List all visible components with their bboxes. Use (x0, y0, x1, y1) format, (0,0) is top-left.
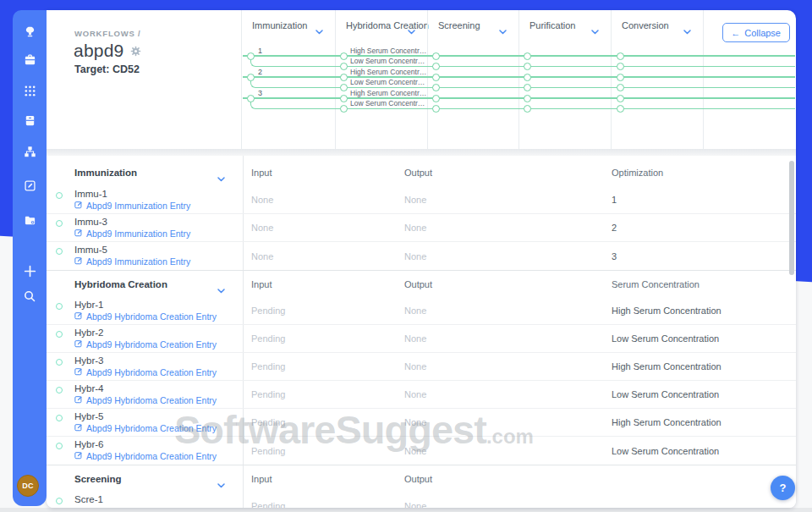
workflow-node[interactable] (432, 52, 440, 60)
diagram-branch-label: High Serum Concentration (350, 89, 429, 97)
entry-link[interactable]: Abpd9 Hybridoma Creation Entry (74, 395, 217, 405)
cell-input: Pending (251, 333, 285, 344)
table-section-header: Hybridoma CreationInputOutputSerum Conce… (47, 270, 796, 297)
cell-output: None (404, 223, 426, 233)
column-header: Output (404, 159, 432, 186)
chevron-down-icon[interactable] (315, 23, 323, 38)
workflow-node[interactable] (617, 74, 624, 81)
workflow-node[interactable] (524, 84, 531, 91)
table-row[interactable]: Hybr-2Abpd9 Hybridoma Creation EntryPend… (47, 325, 796, 353)
diagram-column-header: Purification (518, 10, 611, 149)
chevron-down-icon[interactable] (683, 23, 691, 38)
chevron-down-icon[interactable] (499, 23, 507, 38)
cell-input: Pending (251, 361, 285, 372)
table-row[interactable]: Scre-1PendingNone (47, 492, 796, 508)
table-row[interactable]: Immu-1Abpd9 Immunization EntryNoneNone1 (47, 186, 796, 214)
workflow-node[interactable] (524, 52, 531, 60)
workflow-node[interactable] (617, 95, 624, 102)
workflow-node[interactable] (524, 105, 531, 113)
workflow-node[interactable] (432, 95, 440, 102)
workflow-node[interactable] (524, 63, 531, 70)
bottom-strip (0, 508, 812, 512)
diagram-column-empty (703, 10, 796, 149)
sidebar-item-notebook-edit[interactable] (19, 177, 40, 197)
cell-input: Pending (251, 417, 285, 427)
sidebar-item-inventory-archive[interactable] (19, 112, 40, 132)
workflow-node[interactable] (340, 63, 348, 70)
cell-output: None (404, 251, 426, 262)
status-circle-icon (56, 387, 63, 394)
sidebar-item-create-plus[interactable] (19, 262, 40, 283)
workflow-node[interactable] (340, 84, 348, 91)
task-name: Immu-5 (74, 245, 107, 255)
workflow-node[interactable] (432, 63, 440, 70)
column-header: Output (404, 465, 432, 493)
entry-link[interactable]: Abpd9 Hybridoma Creation Entry (74, 339, 217, 350)
workflow-node[interactable] (247, 52, 255, 60)
entry-link[interactable]: Abpd9 Hybridoma Creation Entry (74, 423, 217, 433)
workflow-edge (343, 108, 795, 110)
table-row[interactable]: Immu-3Abpd9 Immunization EntryNoneNone2 (47, 214, 796, 242)
chevron-down-icon[interactable] (591, 23, 599, 38)
workflow-node[interactable] (432, 105, 440, 113)
diagram-branch-label: Low Serum Concentration (350, 78, 429, 86)
diagram-column-label: Purification (529, 20, 575, 30)
workflow-node[interactable] (617, 84, 624, 91)
scrollbar[interactable] (789, 161, 794, 275)
table-row[interactable]: Hybr-6Abpd9 Hybridoma Creation EntryPend… (47, 437, 796, 465)
sidebar-item-benchling-tree[interactable] (19, 23, 40, 43)
cell-extra: Low Serum Concentration (612, 446, 719, 456)
workflow-node[interactable] (524, 74, 531, 81)
workflow-edge-branch (250, 77, 343, 88)
cell-output: None (404, 306, 426, 316)
workflow-node[interactable] (340, 74, 348, 81)
workflow-node[interactable] (340, 105, 348, 113)
table-row[interactable]: Hybr-3Abpd9 Hybridoma Creation EntryPend… (47, 353, 796, 381)
sidebar-item-apps-grid[interactable] (19, 82, 40, 102)
cell-extra: 1 (612, 195, 617, 205)
help-button[interactable]: ? (771, 476, 795, 500)
sidebar-item-workflows-sitemap[interactable] (19, 143, 40, 163)
table-row[interactable]: Hybr-5Abpd9 Hybridoma Creation EntryPend… (47, 409, 796, 437)
entry-link[interactable]: Abpd9 Hybridoma Creation Entry (74, 451, 217, 461)
cell-extra: 3 (612, 251, 617, 262)
cell-output: None (404, 389, 426, 399)
inventory-archive-icon (24, 114, 36, 130)
breadcrumb[interactable]: WORKFLOWS / (74, 29, 140, 38)
cell-extra: High Serum Concentration (612, 417, 721, 427)
table-row[interactable]: Immu-5Abpd9 Immunization EntryNoneNone3 (47, 242, 796, 270)
workflow-node[interactable] (617, 63, 624, 70)
table-row[interactable]: Hybr-4Abpd9 Hybridoma Creation EntryPend… (47, 381, 796, 409)
workflow-node[interactable] (432, 84, 440, 91)
chevron-down-icon[interactable] (217, 170, 225, 185)
workflow-node[interactable] (524, 95, 531, 102)
chevron-down-icon[interactable] (408, 23, 415, 38)
entry-link[interactable]: Abpd9 Immunization Entry (74, 228, 190, 239)
workflow-node[interactable] (617, 105, 624, 113)
cell-extra: 2 (612, 223, 617, 233)
entry-link[interactable]: Abpd9 Hybridoma Creation Entry (74, 311, 217, 322)
chevron-down-icon[interactable] (217, 476, 225, 492)
entry-edit-icon (74, 395, 83, 405)
diagram-branch-label: Low Serum Concentration (350, 99, 429, 107)
column-header: Input (251, 465, 272, 493)
status-circle-icon (56, 220, 63, 227)
workflow-node[interactable] (340, 52, 348, 60)
gear-icon[interactable] (130, 46, 141, 57)
workflow-node[interactable] (617, 52, 624, 60)
chevron-down-icon[interactable] (217, 282, 225, 297)
workflow-node[interactable] (247, 95, 255, 102)
entry-link[interactable]: Abpd9 Immunization Entry (74, 201, 190, 211)
workflow-node[interactable] (432, 74, 440, 81)
column-header: Input (251, 159, 272, 186)
benchling-tree-icon (24, 25, 36, 41)
workflow-node[interactable] (247, 74, 255, 81)
entry-link[interactable]: Abpd9 Immunization Entry (74, 256, 190, 267)
entry-link[interactable]: Abpd9 Hybridoma Creation Entry (74, 367, 217, 377)
sidebar-item-projects-briefcase[interactable] (19, 51, 40, 71)
workflow-node[interactable] (340, 95, 348, 102)
avatar[interactable]: DC (17, 475, 39, 497)
sidebar-item-folders[interactable] (19, 212, 40, 232)
table-row[interactable]: Hybr-1Abpd9 Hybridoma Creation EntryPend… (47, 297, 796, 325)
sidebar-item-search[interactable] (19, 288, 40, 308)
